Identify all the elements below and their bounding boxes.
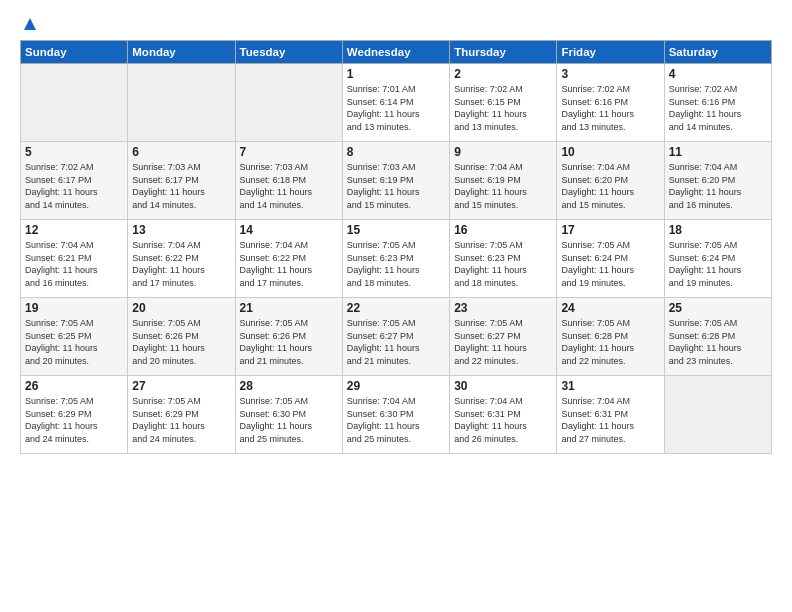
calendar-cell: 10Sunrise: 7:04 AM Sunset: 6:20 PM Dayli… <box>557 142 664 220</box>
cell-day-number: 21 <box>240 301 338 315</box>
weekday-header: Wednesday <box>342 41 449 64</box>
cell-day-info: Sunrise: 7:04 AM Sunset: 6:31 PM Dayligh… <box>561 395 659 445</box>
cell-day-number: 28 <box>240 379 338 393</box>
calendar-cell: 13Sunrise: 7:04 AM Sunset: 6:22 PM Dayli… <box>128 220 235 298</box>
calendar-week-row: 12Sunrise: 7:04 AM Sunset: 6:21 PM Dayli… <box>21 220 772 298</box>
cell-day-number: 12 <box>25 223 123 237</box>
cell-day-info: Sunrise: 7:05 AM Sunset: 6:23 PM Dayligh… <box>347 239 445 289</box>
calendar-week-row: 1Sunrise: 7:01 AM Sunset: 6:14 PM Daylig… <box>21 64 772 142</box>
cell-day-number: 9 <box>454 145 552 159</box>
weekday-header: Sunday <box>21 41 128 64</box>
cell-day-info: Sunrise: 7:05 AM Sunset: 6:26 PM Dayligh… <box>240 317 338 367</box>
cell-day-info: Sunrise: 7:04 AM Sunset: 6:31 PM Dayligh… <box>454 395 552 445</box>
weekday-header: Thursday <box>450 41 557 64</box>
cell-day-info: Sunrise: 7:01 AM Sunset: 6:14 PM Dayligh… <box>347 83 445 133</box>
cell-day-number: 8 <box>347 145 445 159</box>
page: SundayMondayTuesdayWednesdayThursdayFrid… <box>0 0 792 612</box>
logo <box>20 16 38 30</box>
cell-day-number: 26 <box>25 379 123 393</box>
weekday-header: Monday <box>128 41 235 64</box>
cell-day-number: 19 <box>25 301 123 315</box>
cell-day-info: Sunrise: 7:03 AM Sunset: 6:19 PM Dayligh… <box>347 161 445 211</box>
calendar-cell: 12Sunrise: 7:04 AM Sunset: 6:21 PM Dayli… <box>21 220 128 298</box>
cell-day-info: Sunrise: 7:03 AM Sunset: 6:18 PM Dayligh… <box>240 161 338 211</box>
calendar-cell: 5Sunrise: 7:02 AM Sunset: 6:17 PM Daylig… <box>21 142 128 220</box>
calendar-cell: 18Sunrise: 7:05 AM Sunset: 6:24 PM Dayli… <box>664 220 771 298</box>
cell-day-number: 7 <box>240 145 338 159</box>
calendar-cell: 17Sunrise: 7:05 AM Sunset: 6:24 PM Dayli… <box>557 220 664 298</box>
calendar-cell: 1Sunrise: 7:01 AM Sunset: 6:14 PM Daylig… <box>342 64 449 142</box>
calendar-cell: 23Sunrise: 7:05 AM Sunset: 6:27 PM Dayli… <box>450 298 557 376</box>
cell-day-number: 11 <box>669 145 767 159</box>
calendar-cell: 6Sunrise: 7:03 AM Sunset: 6:17 PM Daylig… <box>128 142 235 220</box>
cell-day-number: 4 <box>669 67 767 81</box>
cell-day-number: 25 <box>669 301 767 315</box>
cell-day-info: Sunrise: 7:02 AM Sunset: 6:16 PM Dayligh… <box>669 83 767 133</box>
cell-day-info: Sunrise: 7:05 AM Sunset: 6:24 PM Dayligh… <box>669 239 767 289</box>
cell-day-number: 30 <box>454 379 552 393</box>
calendar-cell: 11Sunrise: 7:04 AM Sunset: 6:20 PM Dayli… <box>664 142 771 220</box>
calendar-cell: 28Sunrise: 7:05 AM Sunset: 6:30 PM Dayli… <box>235 376 342 454</box>
cell-day-info: Sunrise: 7:05 AM Sunset: 6:27 PM Dayligh… <box>347 317 445 367</box>
header-row: SundayMondayTuesdayWednesdayThursdayFrid… <box>21 41 772 64</box>
cell-day-number: 24 <box>561 301 659 315</box>
calendar-cell: 26Sunrise: 7:05 AM Sunset: 6:29 PM Dayli… <box>21 376 128 454</box>
calendar-cell: 24Sunrise: 7:05 AM Sunset: 6:28 PM Dayli… <box>557 298 664 376</box>
cell-day-number: 13 <box>132 223 230 237</box>
cell-day-number: 5 <box>25 145 123 159</box>
cell-day-number: 22 <box>347 301 445 315</box>
cell-day-number: 1 <box>347 67 445 81</box>
cell-day-info: Sunrise: 7:05 AM Sunset: 6:24 PM Dayligh… <box>561 239 659 289</box>
cell-day-number: 18 <box>669 223 767 237</box>
cell-day-number: 3 <box>561 67 659 81</box>
cell-day-info: Sunrise: 7:04 AM Sunset: 6:20 PM Dayligh… <box>561 161 659 211</box>
cell-day-info: Sunrise: 7:05 AM Sunset: 6:28 PM Dayligh… <box>669 317 767 367</box>
calendar-cell <box>21 64 128 142</box>
calendar-cell: 30Sunrise: 7:04 AM Sunset: 6:31 PM Dayli… <box>450 376 557 454</box>
calendar-cell: 29Sunrise: 7:04 AM Sunset: 6:30 PM Dayli… <box>342 376 449 454</box>
cell-day-info: Sunrise: 7:05 AM Sunset: 6:30 PM Dayligh… <box>240 395 338 445</box>
logo-icon <box>22 16 38 32</box>
calendar-week-row: 19Sunrise: 7:05 AM Sunset: 6:25 PM Dayli… <box>21 298 772 376</box>
calendar-header: SundayMondayTuesdayWednesdayThursdayFrid… <box>21 41 772 64</box>
weekday-header: Tuesday <box>235 41 342 64</box>
calendar-cell: 20Sunrise: 7:05 AM Sunset: 6:26 PM Dayli… <box>128 298 235 376</box>
cell-day-info: Sunrise: 7:04 AM Sunset: 6:22 PM Dayligh… <box>132 239 230 289</box>
cell-day-number: 6 <box>132 145 230 159</box>
calendar-week-row: 5Sunrise: 7:02 AM Sunset: 6:17 PM Daylig… <box>21 142 772 220</box>
cell-day-info: Sunrise: 7:03 AM Sunset: 6:17 PM Dayligh… <box>132 161 230 211</box>
cell-day-number: 2 <box>454 67 552 81</box>
cell-day-number: 14 <box>240 223 338 237</box>
calendar-cell: 25Sunrise: 7:05 AM Sunset: 6:28 PM Dayli… <box>664 298 771 376</box>
calendar-cell <box>128 64 235 142</box>
cell-day-number: 27 <box>132 379 230 393</box>
cell-day-number: 23 <box>454 301 552 315</box>
cell-day-info: Sunrise: 7:05 AM Sunset: 6:23 PM Dayligh… <box>454 239 552 289</box>
cell-day-info: Sunrise: 7:02 AM Sunset: 6:16 PM Dayligh… <box>561 83 659 133</box>
calendar-cell: 14Sunrise: 7:04 AM Sunset: 6:22 PM Dayli… <box>235 220 342 298</box>
calendar-cell <box>664 376 771 454</box>
calendar-cell: 15Sunrise: 7:05 AM Sunset: 6:23 PM Dayli… <box>342 220 449 298</box>
header <box>20 16 772 30</box>
cell-day-number: 29 <box>347 379 445 393</box>
cell-day-number: 20 <box>132 301 230 315</box>
cell-day-info: Sunrise: 7:02 AM Sunset: 6:15 PM Dayligh… <box>454 83 552 133</box>
calendar-cell: 9Sunrise: 7:04 AM Sunset: 6:19 PM Daylig… <box>450 142 557 220</box>
cell-day-info: Sunrise: 7:04 AM Sunset: 6:21 PM Dayligh… <box>25 239 123 289</box>
cell-day-info: Sunrise: 7:05 AM Sunset: 6:29 PM Dayligh… <box>132 395 230 445</box>
cell-day-info: Sunrise: 7:05 AM Sunset: 6:29 PM Dayligh… <box>25 395 123 445</box>
cell-day-info: Sunrise: 7:05 AM Sunset: 6:25 PM Dayligh… <box>25 317 123 367</box>
cell-day-info: Sunrise: 7:04 AM Sunset: 6:19 PM Dayligh… <box>454 161 552 211</box>
cell-day-number: 31 <box>561 379 659 393</box>
calendar-cell: 19Sunrise: 7:05 AM Sunset: 6:25 PM Dayli… <box>21 298 128 376</box>
cell-day-info: Sunrise: 7:04 AM Sunset: 6:20 PM Dayligh… <box>669 161 767 211</box>
calendar-cell: 2Sunrise: 7:02 AM Sunset: 6:15 PM Daylig… <box>450 64 557 142</box>
cell-day-info: Sunrise: 7:05 AM Sunset: 6:26 PM Dayligh… <box>132 317 230 367</box>
calendar-cell: 21Sunrise: 7:05 AM Sunset: 6:26 PM Dayli… <box>235 298 342 376</box>
calendar-cell: 31Sunrise: 7:04 AM Sunset: 6:31 PM Dayli… <box>557 376 664 454</box>
weekday-header: Saturday <box>664 41 771 64</box>
calendar-cell: 27Sunrise: 7:05 AM Sunset: 6:29 PM Dayli… <box>128 376 235 454</box>
calendar-week-row: 26Sunrise: 7:05 AM Sunset: 6:29 PM Dayli… <box>21 376 772 454</box>
weekday-header: Friday <box>557 41 664 64</box>
cell-day-number: 10 <box>561 145 659 159</box>
